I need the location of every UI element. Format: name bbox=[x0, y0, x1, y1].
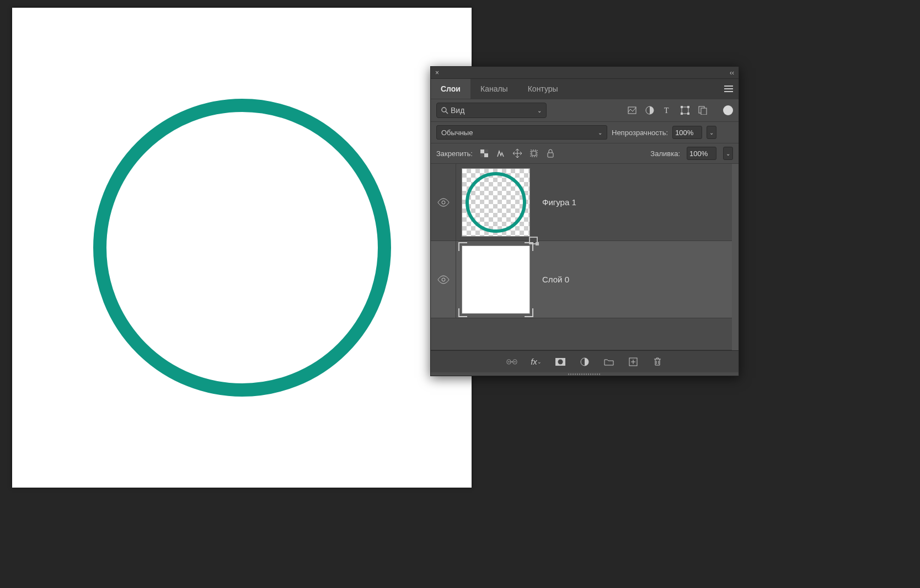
svg-rect-15 bbox=[480, 153, 484, 157]
layer-effects-icon[interactable]: fx⌄ bbox=[530, 356, 542, 368]
tab-channels[interactable]: Каналы bbox=[470, 79, 518, 99]
blend-opacity-bar: Обычные ⌄ Непрозрачность: 100% ⌄ bbox=[431, 121, 739, 143]
filter-toggle[interactable] bbox=[723, 105, 733, 115]
svg-text:T: T bbox=[664, 106, 669, 114]
svg-rect-17 bbox=[532, 151, 536, 156]
layer-row[interactable]: Фигура 1 bbox=[431, 164, 739, 241]
panel-resize-grip[interactable] bbox=[431, 372, 739, 376]
lock-all-icon[interactable] bbox=[545, 148, 555, 158]
fill-label: Заливка: bbox=[650, 149, 680, 158]
layers-scrollbar[interactable] bbox=[732, 164, 739, 350]
svg-point-20 bbox=[442, 278, 445, 281]
chevron-down-icon: ⌄ bbox=[537, 108, 542, 114]
opacity-spinner[interactable]: ⌄ bbox=[707, 126, 716, 139]
new-group-icon[interactable] bbox=[603, 356, 615, 368]
lock-fill-bar: Закрепить: Заливка: 100% ⌄ bbox=[431, 143, 739, 163]
search-icon bbox=[441, 107, 448, 114]
visibility-toggle-icon[interactable] bbox=[437, 275, 450, 284]
layer-thumbnail[interactable] bbox=[459, 243, 532, 316]
svg-rect-9 bbox=[687, 113, 689, 115]
add-mask-icon[interactable] bbox=[554, 356, 566, 368]
lock-artboard-icon[interactable] bbox=[529, 148, 539, 158]
collapse-icon[interactable]: ‹‹ bbox=[730, 69, 734, 77]
svg-rect-18 bbox=[548, 153, 553, 157]
filter-icons: T bbox=[627, 105, 733, 115]
filter-bar: Вид ⌄ T bbox=[431, 99, 739, 121]
delete-layer-icon[interactable] bbox=[651, 356, 664, 368]
panel-menu-icon[interactable] bbox=[719, 85, 739, 92]
opacity-label: Непрозрачность: bbox=[612, 129, 668, 137]
svg-rect-7 bbox=[687, 106, 689, 108]
panel-titlebar[interactable]: × ‹‹ bbox=[431, 67, 739, 79]
opacity-input[interactable]: 100% bbox=[672, 126, 702, 139]
selection-corner-icon bbox=[525, 308, 533, 317]
layer-name[interactable]: Слой 0 bbox=[536, 275, 739, 284]
add-adjustment-icon[interactable] bbox=[579, 356, 591, 368]
close-icon[interactable]: × bbox=[435, 69, 439, 77]
filter-shape-icon[interactable] bbox=[680, 105, 690, 115]
link-layers-icon[interactable] bbox=[506, 356, 518, 368]
svg-rect-6 bbox=[681, 106, 683, 108]
tab-layers[interactable]: Слои bbox=[431, 79, 470, 99]
chevron-down-icon: ⌄ bbox=[595, 130, 602, 136]
panel-tabs: Слои Каналы Контуры bbox=[431, 79, 739, 99]
canvas-document[interactable] bbox=[12, 8, 472, 488]
visibility-toggle-icon[interactable] bbox=[437, 198, 450, 207]
layers-panel: × ‹‹ Слои Каналы Контуры Вид ⌄ T Обычные bbox=[430, 66, 739, 376]
layer-name[interactable]: Фигура 1 bbox=[536, 197, 739, 207]
filter-smartobject-icon[interactable] bbox=[698, 105, 708, 115]
svg-line-1 bbox=[446, 111, 448, 114]
svg-rect-11 bbox=[701, 108, 707, 115]
fill-input[interactable]: 100% bbox=[687, 147, 716, 160]
lock-position-icon[interactable] bbox=[512, 148, 522, 158]
selection-corner-icon bbox=[458, 242, 467, 251]
svg-rect-14 bbox=[484, 149, 488, 153]
search-label: Вид bbox=[451, 106, 464, 115]
layer-thumbnail[interactable] bbox=[459, 166, 532, 239]
svg-point-24 bbox=[558, 359, 563, 364]
lock-transparency-icon[interactable] bbox=[479, 148, 489, 158]
selection-corner-icon bbox=[458, 308, 467, 317]
panel-footer: fx⌄ bbox=[431, 350, 739, 372]
svg-rect-13 bbox=[484, 153, 488, 157]
layer-row[interactable]: Слой 0 bbox=[431, 241, 739, 318]
filter-pixel-icon[interactable] bbox=[627, 105, 637, 115]
selection-corner-icon bbox=[525, 242, 533, 251]
svg-point-0 bbox=[442, 108, 446, 112]
filter-adjustment-icon[interactable] bbox=[645, 105, 655, 115]
tab-paths[interactable]: Контуры bbox=[518, 79, 568, 99]
fill-spinner[interactable]: ⌄ bbox=[723, 147, 733, 160]
layers-empty-area[interactable] bbox=[431, 318, 739, 350]
svg-rect-12 bbox=[480, 149, 484, 153]
svg-point-19 bbox=[442, 201, 445, 204]
shape-circle[interactable] bbox=[93, 99, 391, 397]
lock-label: Закрепить: bbox=[436, 149, 473, 158]
new-layer-icon[interactable] bbox=[627, 356, 639, 368]
svg-rect-8 bbox=[681, 113, 683, 115]
lock-image-icon[interactable] bbox=[496, 148, 506, 158]
layers-list: Фигура 1 Слой 0 bbox=[431, 163, 739, 350]
blend-mode-label: Обычные bbox=[441, 129, 473, 137]
layer-search-dropdown[interactable]: Вид ⌄ bbox=[436, 103, 547, 118]
blend-mode-dropdown[interactable]: Обычные ⌄ bbox=[436, 125, 607, 140]
filter-type-icon[interactable]: T bbox=[662, 105, 672, 115]
